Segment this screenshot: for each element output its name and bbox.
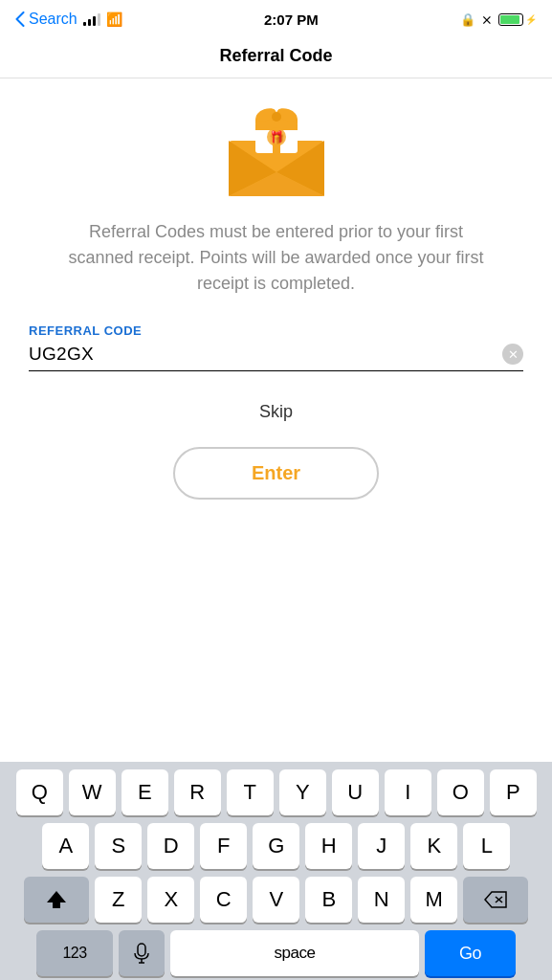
referral-input-label: REFERRAL CODE	[29, 323, 523, 338]
back-button[interactable]: Search	[15, 11, 77, 28]
input-row: ✕	[29, 344, 523, 371]
key-L[interactable]: L	[463, 823, 510, 869]
bluetooth-icon: ⨯	[481, 11, 493, 27]
wifi-icon: 📶	[106, 11, 122, 27]
enter-button[interactable]: Enter	[173, 447, 379, 500]
keyboard-row-2: A S D F G H J K L	[4, 823, 548, 869]
space-key[interactable]: space	[170, 930, 419, 976]
lock-icon: 🔒	[460, 12, 475, 27]
key-Y[interactable]: Y	[279, 769, 326, 815]
delete-key[interactable]	[463, 877, 528, 923]
key-X[interactable]: X	[147, 877, 194, 923]
key-C[interactable]: C	[200, 877, 247, 923]
main-content: 🎁 Referral Codes must be entered prior t…	[0, 78, 552, 519]
battery-fill	[500, 15, 519, 24]
gift-illustration: 🎁	[224, 107, 329, 198]
keyboard: Q W E R T Y U I O P A S D F G H J K L Z …	[0, 762, 552, 980]
key-B[interactable]: B	[305, 877, 352, 923]
battery-body	[498, 13, 523, 26]
clear-input-button[interactable]: ✕	[502, 344, 523, 365]
back-icon	[15, 11, 25, 27]
numbers-key[interactable]: 123	[36, 930, 113, 976]
keyboard-bottom-row: 123 space Go	[4, 930, 548, 976]
skip-button[interactable]: Skip	[240, 394, 312, 430]
status-time: 2:07 PM	[264, 11, 319, 28]
key-P[interactable]: P	[490, 769, 537, 815]
signal-bars	[83, 12, 100, 26]
delete-icon	[483, 890, 508, 909]
key-W[interactable]: W	[69, 769, 116, 815]
key-R[interactable]: R	[174, 769, 221, 815]
shift-key[interactable]	[24, 877, 89, 923]
status-bar: Search 📶 2:07 PM 🔒 ⨯ ⚡	[0, 0, 552, 38]
keyboard-row-3: Z X C V B N M	[4, 877, 548, 923]
svg-marker-13	[47, 891, 66, 908]
back-label: Search	[29, 11, 77, 28]
referral-code-input[interactable]	[29, 344, 502, 365]
key-O[interactable]: O	[437, 769, 484, 815]
description-text: Referral Codes must be entered prior to …	[56, 219, 497, 297]
key-G[interactable]: G	[253, 823, 299, 869]
referral-input-section: REFERRAL CODE ✕	[29, 323, 523, 371]
shift-icon	[46, 889, 67, 910]
key-U[interactable]: U	[332, 769, 379, 815]
svg-rect-16	[138, 944, 145, 956]
key-D[interactable]: D	[147, 823, 194, 869]
microphone-key[interactable]	[119, 930, 165, 976]
key-K[interactable]: K	[410, 823, 457, 869]
battery-bolt-icon: ⚡	[525, 14, 537, 25]
key-E[interactable]: E	[121, 769, 168, 815]
svg-point-10	[272, 112, 281, 122]
key-Z[interactable]: Z	[95, 877, 142, 923]
status-left: Search 📶	[15, 11, 122, 28]
key-V[interactable]: V	[253, 877, 299, 923]
nav-title-bar: Referral Code	[0, 38, 552, 78]
key-S[interactable]: S	[95, 823, 142, 869]
page-title: Referral Code	[219, 46, 332, 65]
key-F[interactable]: F	[200, 823, 247, 869]
key-I[interactable]: I	[385, 769, 431, 815]
key-A[interactable]: A	[42, 823, 89, 869]
key-N[interactable]: N	[358, 877, 405, 923]
battery-indicator: ⚡	[498, 13, 537, 26]
key-Q[interactable]: Q	[16, 769, 63, 815]
svg-text:🎁: 🎁	[269, 129, 285, 145]
status-right: 🔒 ⨯ ⚡	[460, 11, 537, 27]
key-J[interactable]: J	[358, 823, 405, 869]
key-T[interactable]: T	[227, 769, 274, 815]
go-key[interactable]: Go	[425, 930, 516, 976]
microphone-icon	[133, 943, 150, 964]
key-H[interactable]: H	[305, 823, 352, 869]
key-M[interactable]: M	[410, 877, 457, 923]
keyboard-row-1: Q W E R T Y U I O P	[4, 769, 548, 815]
